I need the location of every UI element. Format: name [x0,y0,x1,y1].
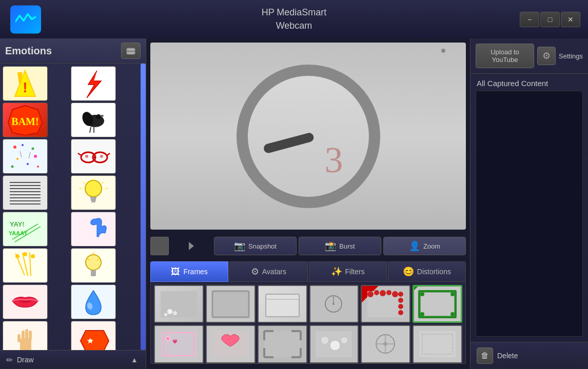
emotion-bulb2[interactable] [71,248,116,283]
svg-rect-123 [419,331,456,357]
emotion-bird[interactable] [71,102,116,137]
frames-gallery: 🌸 💗 [150,282,466,364]
frame-thumb-2[interactable] [206,285,256,323]
scroll-indicator[interactable] [141,64,146,350]
svg-point-10 [101,115,104,117]
svg-rect-94 [419,291,456,317]
svg-point-116 [330,340,340,351]
emotion-exclaim[interactable]: ! [3,66,48,101]
svg-point-19 [11,166,14,168]
svg-point-56 [31,254,35,258]
svg-point-18 [27,163,29,165]
upload-youtube-button[interactable]: Upload to YouTube [476,44,534,68]
emotion-bam[interactable]: BAM! [3,102,48,137]
emotion-yay[interactable]: YAY! YAAAY [3,212,48,247]
zoom-button[interactable]: 👤 Zoom [383,237,466,255]
svg-point-28 [85,155,88,158]
draw-pencil-icon[interactable]: ✏ [6,355,13,365]
emotion-music[interactable] [71,212,116,247]
svg-point-90 [398,292,403,297]
delete-label[interactable]: Delete [497,352,518,360]
svg-line-22 [29,152,30,158]
tab-avatars[interactable]: ⚙ Avatars [229,261,307,282]
svg-line-43 [102,182,104,183]
snapshot-button[interactable]: 📷 Snapshot [214,237,297,255]
svg-line-44 [83,182,85,183]
webcam-indicator [441,49,445,53]
captured-content-area [476,91,583,337]
maximize-button[interactable]: □ [540,12,560,27]
emotion-bulb[interactable] [71,175,116,210]
settings-label[interactable]: Settings [559,52,583,60]
svg-marker-68 [81,331,109,350]
svg-point-97 [450,292,455,296]
svg-point-74 [164,313,167,316]
emotion-lines[interactable] [3,175,48,210]
svg-point-72 [167,309,172,314]
svg-text:BAM!: BAM! [11,116,38,127]
emotion-lightning[interactable] [71,66,116,101]
tab-bar: 🖼 Frames ⚙ Avatars ✨ Filters 😊 Distortio… [150,261,466,282]
emotion-stars[interactable] [3,248,48,283]
svg-point-57 [86,255,101,270]
svg-point-93 [398,310,403,315]
emotion-punch[interactable]: ★ [71,321,116,350]
sidebar-title: Emotions [5,45,121,57]
svg-point-13 [13,146,16,149]
distortions-icon: 😊 [403,266,414,277]
svg-point-73 [173,311,177,315]
frame-thumb-9[interactable] [258,325,307,363]
tab-distortions[interactable]: 😊 Distortions [388,261,466,282]
burst-icon: 📸 [325,240,336,252]
frame-thumb-1[interactable] [154,285,204,323]
stop-button[interactable] [150,237,169,255]
close-button[interactable]: ✕ [561,12,580,27]
svg-text:YAY!: YAY! [10,220,25,228]
emotion-hand[interactable] [3,321,48,350]
emotion-lips[interactable] [3,284,48,319]
bottom-tabs: 🖼 Frames ⚙ Avatars ✨ Filters 😊 Distortio… [146,258,470,366]
frame-thumb-4[interactable] [309,285,359,323]
svg-point-96 [420,292,424,296]
frame-thumb-5[interactable] [361,285,410,323]
delete-button[interactable]: 🗑 [477,347,493,364]
svg-point-54 [15,254,19,258]
frames-label: Frames [183,268,207,276]
frame-thumb-3[interactable] [258,285,307,323]
svg-point-16 [16,158,18,160]
svg-rect-77 [266,294,299,317]
frame-thumb-12[interactable] [413,325,462,363]
emotion-drop[interactable] [71,284,116,319]
eraser-button[interactable] [121,43,141,59]
svg-rect-100 [161,331,197,357]
right-panel: Upload to YouTube ⚙ Settings All Capture… [470,38,588,369]
left-sidebar: Emotions ! [0,38,146,369]
cursor-area [171,238,212,254]
emotion-confetti[interactable] [3,139,48,174]
frame-thumb-10[interactable] [309,325,359,363]
tab-filters[interactable]: ✨ Filters [309,261,387,282]
avatars-label: Avatars [262,268,286,276]
frame-thumb-8[interactable] [206,325,256,363]
tab-frames[interactable]: 🖼 Frames [150,261,228,282]
svg-rect-65 [25,329,28,340]
filters-label: Filters [345,268,365,276]
frame-thumb-6[interactable] [413,285,462,323]
svg-point-91 [398,298,403,303]
svg-point-85 [367,291,374,297]
svg-line-27 [107,153,110,155]
svg-point-15 [32,148,34,150]
emotion-glasses[interactable] [71,139,116,174]
draw-arrow-icon[interactable]: ▲ [129,355,140,365]
frame-thumb-11[interactable] [361,325,410,363]
webcam-canvas: 3 [150,43,466,230]
minimize-button[interactable]: − [520,12,539,27]
snapshot-icon: 📷 [234,240,245,252]
burst-button[interactable]: 📸 Burst [299,237,381,255]
frame-thumb-7[interactable]: 🌸 💗 [154,325,204,363]
svg-rect-66 [29,331,32,341]
app-logo [10,5,41,33]
frames-icon: 🖼 [171,266,180,277]
settings-gear-button[interactable]: ⚙ [537,47,556,65]
svg-text:💗: 💗 [172,339,178,344]
